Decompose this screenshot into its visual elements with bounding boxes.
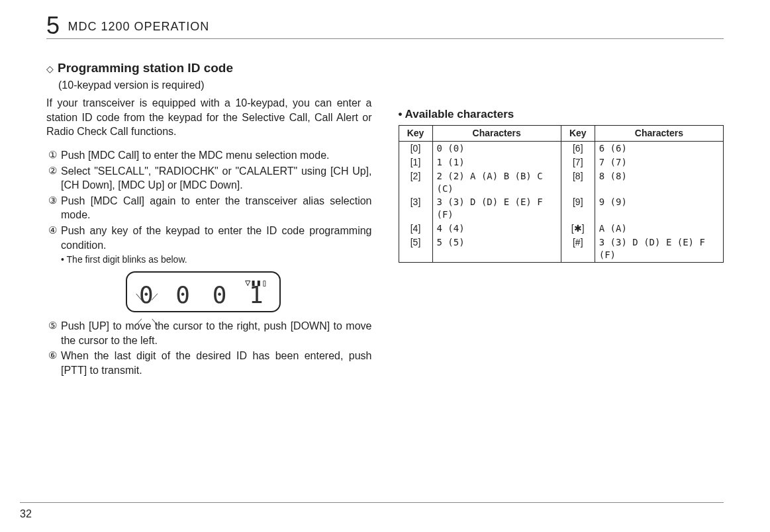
left-column: ◇ Programming station ID code (10-keypad… <box>46 60 372 486</box>
chars-cell: 3 (3) D (D) E (E) F (F) <box>595 236 723 262</box>
section-subheading: (10-keypad version is required) <box>58 78 372 93</box>
step-text: Push [MDC Call] to enter the MDC menu se… <box>61 148 372 163</box>
key-cell: [4] <box>399 222 432 236</box>
blink-ray-icon: ＼ ／ <box>135 291 159 302</box>
key-cell: [8] <box>561 169 595 196</box>
chars-cell: 5 (5) <box>432 236 561 262</box>
chars-cell: 4 (4) <box>432 222 561 236</box>
chars-cell: 7 (7) <box>595 155 723 169</box>
step-number-icon: ② <box>46 164 58 177</box>
step-note: • The first digit blinks as below. <box>61 253 372 266</box>
step-text: Select "SELCALL", "RADIOCHK" or "CALALER… <box>61 164 372 193</box>
antenna-icon: ▽▮▮▯ <box>245 277 267 289</box>
section-heading: Programming station ID code <box>58 60 233 77</box>
intro-paragraph: If your transceiver is equipped with a 1… <box>46 96 372 139</box>
page-number: 32 <box>20 508 32 520</box>
table-header-chars: Characters <box>595 125 723 141</box>
table-row: [1] 1 (1) [7] 7 (7) <box>399 155 724 169</box>
chars-cell: 1 (1) <box>432 155 561 169</box>
page-header: 5 MDC 1200 OPERATION <box>46 12 724 39</box>
step-number-icon: ③ <box>46 194 58 207</box>
available-characters-heading: • Available characters <box>399 107 724 122</box>
key-cell: [2] <box>399 169 432 196</box>
step-3: ③ Push [MDC Call] again to enter the tra… <box>46 194 372 222</box>
table-row: [3] 3 (3) D (D) E (E) F (F) [9] 9 (9) <box>399 195 724 222</box>
blink-ray-icon: ／ ＼ <box>135 316 159 327</box>
chars-cell: 8 (8) <box>595 169 723 196</box>
step-number-icon: ① <box>46 148 58 161</box>
step-5: ⑤ Push [UP] to move the cursor to the ri… <box>46 319 372 347</box>
available-characters-table: Key Characters Key Characters [0] 0 (0) … <box>399 125 724 263</box>
step-number-icon: ⑥ <box>46 349 58 362</box>
step-text: When the last digit of the desired ID ha… <box>61 349 372 377</box>
lcd-illustration: ＼ ／ ▽▮▮▯ 0 0 0 1 ／ ＼ <box>126 271 372 312</box>
key-cell: [5] <box>399 236 432 262</box>
chars-cell: 2 (2) A (A) B (B) C (C) <box>432 169 561 196</box>
step-4: ④ Push any key of the keypad to enter th… <box>46 224 372 252</box>
key-cell: [✱] <box>561 222 595 236</box>
table-row: [0] 0 (0) [6] 6 (6) <box>399 141 724 155</box>
table-row: [4] 4 (4) [✱] A (A) <box>399 222 724 236</box>
step-number-icon: ⑤ <box>46 319 58 332</box>
chapter-number: 5 <box>46 12 60 40</box>
chars-cell: 6 (6) <box>595 141 723 155</box>
key-cell: [3] <box>399 195 432 222</box>
step-text: Push any key of the keypad to enter the … <box>61 224 372 252</box>
chars-cell: 0 (0) <box>432 141 561 155</box>
chars-cell: A (A) <box>595 222 723 236</box>
key-cell: [#] <box>561 236 595 262</box>
table-row: [2] 2 (2) A (A) B (B) C (C) [8] 8 (8) <box>399 169 724 196</box>
table-row: [5] 5 (5) [#] 3 (3) D (D) E (E) F (F) <box>399 236 724 262</box>
key-cell: [6] <box>561 141 595 155</box>
right-column: • Available characters Key Characters Ke… <box>399 60 724 486</box>
step-number-icon: ④ <box>46 224 58 237</box>
footer-rule <box>20 502 724 503</box>
key-cell: [9] <box>561 195 595 222</box>
step-1: ① Push [MDC Call] to enter the MDC menu … <box>46 148 372 163</box>
chars-cell: 3 (3) D (D) E (E) F (F) <box>432 195 561 222</box>
table-header-key: Key <box>561 125 595 141</box>
chars-cell: 9 (9) <box>595 195 723 222</box>
key-cell: [1] <box>399 155 432 169</box>
chapter-title: MDC 1200 OPERATION <box>68 20 209 34</box>
step-2: ② Select "SELCALL", "RADIOCHK" or "CALAL… <box>46 164 372 193</box>
step-text: Push [MDC Call] again to enter the trans… <box>61 194 372 222</box>
step-6: ⑥ When the last digit of the desired ID … <box>46 349 372 377</box>
step-text: Push [UP] to move the cursor to the righ… <box>61 319 372 347</box>
table-header-key: Key <box>399 125 432 141</box>
key-cell: [7] <box>561 155 595 169</box>
key-cell: [0] <box>399 141 432 155</box>
diamond-bullet-icon: ◇ <box>46 63 54 75</box>
table-header-chars: Characters <box>432 125 561 141</box>
